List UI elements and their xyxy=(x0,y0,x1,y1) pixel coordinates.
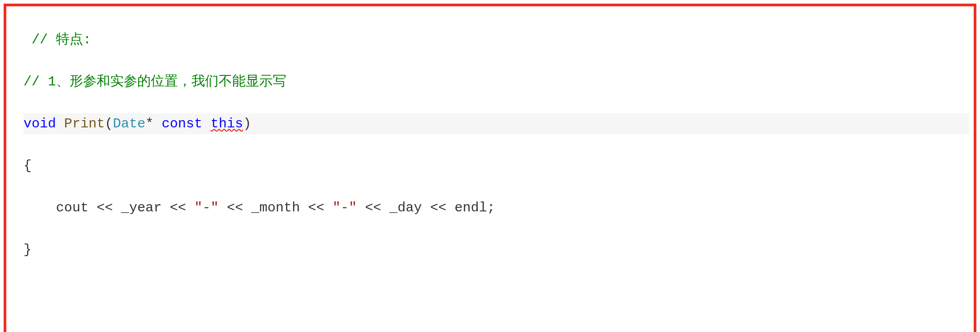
ident-month: _month xyxy=(251,200,300,215)
ident-cout: cout xyxy=(56,200,89,215)
op-shift: << xyxy=(365,200,381,215)
function-name: Print xyxy=(64,116,105,131)
op-shift: << xyxy=(97,200,113,215)
op-shift: << xyxy=(430,200,446,215)
ident-year: _year xyxy=(121,200,162,215)
code-line: void Print(Date* const this) xyxy=(23,113,969,135)
string-literal: "-" xyxy=(332,200,357,215)
code-line xyxy=(23,323,969,332)
comment-text: // 特点: xyxy=(23,32,91,47)
keyword-this: this xyxy=(210,116,243,131)
string-literal: "-" xyxy=(194,200,219,215)
brace-open: { xyxy=(23,158,32,173)
code-line: } xyxy=(23,239,969,261)
code-line: cout << _year << "-" << _month << "-" <<… xyxy=(23,197,969,219)
op-shift: << xyxy=(170,200,186,215)
keyword-const: const xyxy=(162,116,202,131)
paren-open: ( xyxy=(105,116,113,131)
semicolon: ; xyxy=(487,200,495,215)
ident-day: _day xyxy=(389,200,422,215)
comment-text: // 1、形参和实参的位置，我们不能显示写 xyxy=(23,74,286,89)
code-frame: // 特点: // 1、形参和实参的位置，我们不能显示写 void Print(… xyxy=(4,4,976,332)
code-line: // 1、形参和实参的位置，我们不能显示写 xyxy=(23,71,969,93)
code-line: // 特点: xyxy=(23,29,969,51)
op-shift: << xyxy=(227,200,243,215)
paren-close: ) xyxy=(243,116,251,131)
keyword-void: void xyxy=(23,116,56,131)
code-editor[interactable]: // 特点: // 1、形参和实参的位置，我们不能显示写 void Print(… xyxy=(11,8,969,332)
code-line: { xyxy=(23,155,969,177)
code-line xyxy=(23,281,969,303)
type-name: Date xyxy=(113,116,145,131)
ident-endl: endl xyxy=(454,200,487,215)
brace-close: } xyxy=(23,242,32,257)
operator-star: * xyxy=(145,116,154,131)
op-shift: << xyxy=(308,200,324,215)
